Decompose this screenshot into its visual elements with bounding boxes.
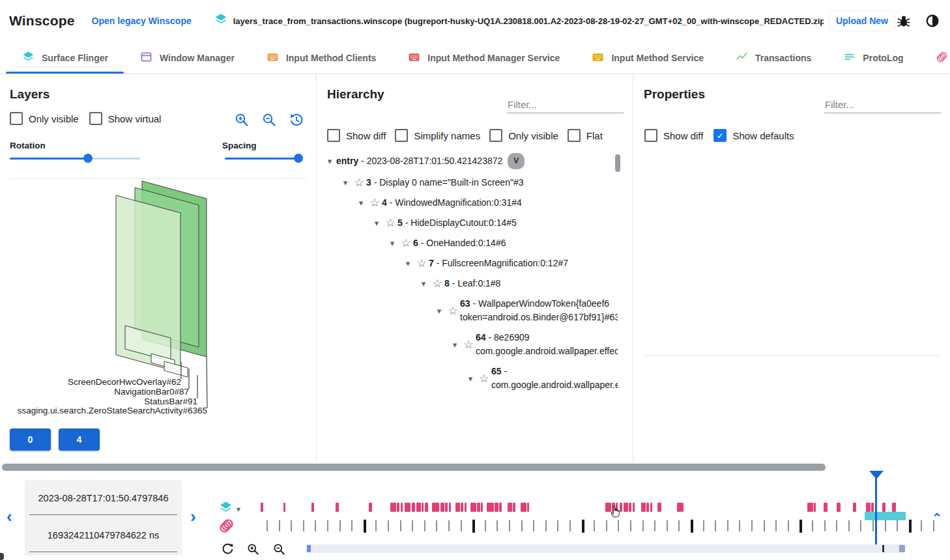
transition-marker[interactable] <box>422 503 424 512</box>
transition-marker[interactable] <box>633 503 635 512</box>
entry-tick[interactable] <box>375 520 377 531</box>
tab-transitions[interactable]: Transitions <box>919 42 950 74</box>
properties-filter-input[interactable] <box>824 96 941 113</box>
prev-entry-chevron[interactable]: ‹ <box>7 508 12 525</box>
transitions-trace-icon[interactable] <box>218 517 235 537</box>
entry-tick[interactable] <box>860 520 861 531</box>
checkbox-only-visible[interactable]: Only visible <box>10 112 79 125</box>
transition-marker[interactable] <box>369 503 372 512</box>
transition-marker[interactable] <box>425 503 428 512</box>
checkbox-only-visible[interactable]: Only visible <box>489 129 558 142</box>
rotation-slider-thumb[interactable] <box>83 154 93 163</box>
entry-tick[interactable] <box>364 520 366 533</box>
pin-star-icon[interactable]: ☆ <box>414 257 429 270</box>
zoom-out-icon[interactable] <box>261 112 277 128</box>
transition-marker[interactable] <box>390 503 396 512</box>
layers-3d-canvas[interactable]: ScreenDecorHwcOverlay#62 NavigationBar0#… <box>0 179 317 421</box>
checkbox-show-diff[interactable]: Show diff <box>327 129 386 142</box>
range-right-handle[interactable] <box>899 545 905 552</box>
collapse-triangle-icon[interactable]: ▾ <box>433 304 446 318</box>
collapse-triangle-icon[interactable]: ▾ <box>417 277 430 290</box>
checkbox-box[interactable]: ✓ <box>713 129 727 142</box>
tab-input-method-manager-service[interactable]: Input Method Manager Service <box>392 42 575 74</box>
tab-input-method-service[interactable]: Input Method Service <box>575 42 719 74</box>
entry-tick[interactable] <box>751 520 753 531</box>
transition-marker[interactable] <box>455 503 460 512</box>
entry-tick[interactable] <box>582 520 584 533</box>
collapse-triangle-icon[interactable]: ▾ <box>354 196 367 210</box>
entry-tick[interactable] <box>557 520 558 531</box>
hierarchy-scrollbar[interactable] <box>615 154 620 172</box>
transition-marker[interactable] <box>513 503 515 512</box>
transition-marker[interactable] <box>465 503 467 512</box>
transition-marker[interactable] <box>807 503 813 512</box>
transition-marker[interactable] <box>470 503 476 512</box>
transition-marker[interactable] <box>521 503 526 512</box>
entry-tick[interactable] <box>327 520 328 531</box>
entry-tick[interactable] <box>897 520 898 531</box>
entry-tick[interactable] <box>339 520 341 531</box>
entry-tick[interactable] <box>569 520 571 531</box>
tree-row-3[interactable]: ▾☆3 - Display 0 name="Built-in Screen"#3 <box>323 173 618 193</box>
transition-marker[interactable] <box>682 503 684 512</box>
entry-tick[interactable] <box>909 520 912 533</box>
transition-marker[interactable] <box>481 503 483 512</box>
timeline-cursor-handle[interactable] <box>869 471 884 479</box>
pin-star-icon[interactable]: ☆ <box>352 176 366 189</box>
collapse-triangle-icon[interactable]: ▾ <box>401 257 414 270</box>
dark-mode-icon[interactable] <box>924 12 941 29</box>
checkbox-box[interactable] <box>10 112 23 125</box>
tree-row-65[interactable]: ▾☆65 - com.google.android.wallpaper.effe… <box>323 361 618 395</box>
entry-tick[interactable] <box>921 520 922 531</box>
entry-tick[interactable] <box>764 520 765 531</box>
upload-new-button[interactable]: Upload New <box>829 10 895 31</box>
entry-tick[interactable] <box>739 520 740 531</box>
entry-tick[interactable] <box>279 520 280 531</box>
transition-marker[interactable] <box>624 503 628 512</box>
entry-tick[interactable] <box>678 520 680 531</box>
entry-tick[interactable] <box>691 520 693 533</box>
checkbox-simplify-names[interactable]: Simplify names <box>395 129 480 142</box>
transition-marker[interactable] <box>620 503 622 512</box>
entry-tick[interactable] <box>836 520 837 531</box>
transition-marker[interactable] <box>432 503 439 512</box>
transition-marker[interactable] <box>853 503 856 512</box>
tree-row-5[interactable]: ▾☆5 - HideDisplayCutout:0:14#5 <box>323 213 618 233</box>
pin-star-icon[interactable]: ☆ <box>399 236 413 250</box>
entry-tick[interactable] <box>485 520 486 531</box>
transition-marker[interactable] <box>616 503 618 512</box>
entry-tick[interactable] <box>606 520 607 531</box>
timestamp-human-input[interactable]: 2023-08-28T17:01:50.4797846 <box>29 482 177 515</box>
hierarchy-filter-input[interactable] <box>507 96 624 113</box>
tab-surface-flinger[interactable]: Surface Flinger <box>6 42 124 74</box>
tree-row-64[interactable]: ▾☆64 - 8e26909 com.google.android.wallpa… <box>323 328 618 361</box>
transition-marker[interactable] <box>495 503 498 512</box>
bug-report-icon[interactable] <box>895 12 912 29</box>
collapse-triangle-icon[interactable]: ▾ <box>323 154 336 168</box>
layer-id-button-4[interactable]: 4 <box>59 428 100 451</box>
entry-tick[interactable] <box>351 520 353 531</box>
transition-marker[interactable] <box>397 503 399 512</box>
entry-tick[interactable] <box>388 520 389 531</box>
transition-marker[interactable] <box>477 503 480 512</box>
entry-tick[interactable] <box>436 520 437 531</box>
transition-marker[interactable] <box>612 503 615 512</box>
transition-marker[interactable] <box>527 503 529 512</box>
checkbox-box[interactable] <box>395 129 408 142</box>
transition-marker[interactable] <box>261 503 263 512</box>
refresh-icon[interactable] <box>221 542 235 559</box>
page-scrollbar-track[interactable] <box>0 462 950 473</box>
transition-marker[interactable] <box>837 503 841 512</box>
transition-marker[interactable] <box>646 503 649 512</box>
surface-flinger-trace-icon[interactable] <box>218 500 233 518</box>
timeline-zoom-out-icon[interactable] <box>272 542 286 559</box>
checkbox-box[interactable] <box>644 129 657 142</box>
transition-marker[interactable] <box>499 503 502 512</box>
entry-tick[interactable] <box>509 520 510 531</box>
checkbox-box[interactable] <box>568 129 581 142</box>
checkbox-box[interactable] <box>489 129 502 142</box>
page-scrollbar-thumb[interactable] <box>2 464 826 471</box>
entry-tick[interactable] <box>775 520 777 531</box>
spacing-slider-thumb[interactable] <box>294 154 303 163</box>
checkbox-box[interactable] <box>327 129 340 142</box>
